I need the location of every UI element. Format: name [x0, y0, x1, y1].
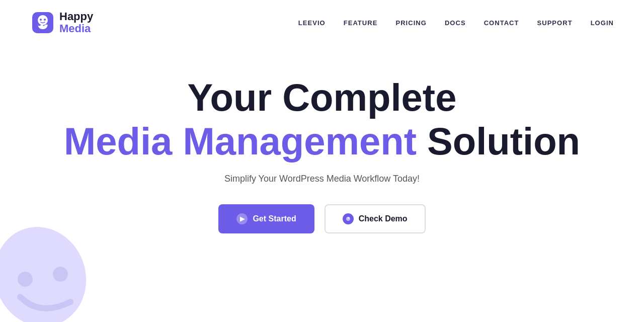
logo-happy: Happy: [59, 11, 93, 23]
nav-feature[interactable]: FEATURE: [344, 19, 378, 27]
logo-media: Media: [59, 23, 93, 35]
hero-headline-rest: Solution: [417, 120, 580, 163]
hero-headline: Your Complete Media Management Solution: [64, 75, 580, 164]
nav-login[interactable]: LOGIN: [591, 19, 614, 27]
main-nav: LEEVIO FEATURE PRICING DOCS CONTACT SUPP…: [298, 19, 614, 27]
svg-point-5: [38, 15, 48, 25]
get-started-label: Get Started: [253, 214, 296, 223]
svg-point-7: [44, 19, 46, 21]
nav-leevio[interactable]: LEEVIO: [298, 19, 326, 27]
hero-section: Your Complete Media Management Solution …: [0, 45, 644, 254]
logo-icon: [30, 10, 55, 35]
demo-icon: [343, 213, 354, 224]
nav-contact[interactable]: CONTACT: [484, 19, 519, 27]
check-demo-button[interactable]: Check Demo: [325, 204, 426, 233]
hero-cta-group: ▶ Get Started Check Demo: [218, 204, 425, 233]
svg-point-3: [53, 267, 68, 282]
get-started-button[interactable]: ▶ Get Started: [218, 204, 314, 233]
site-header: Happy Media LEEVIO FEATURE PRICING DOCS …: [0, 0, 644, 45]
svg-point-9: [348, 217, 349, 218]
logo[interactable]: Happy Media: [30, 10, 93, 35]
hero-headline-line1: Your Complete: [188, 76, 457, 119]
svg-point-6: [40, 19, 42, 21]
check-demo-label: Check Demo: [359, 214, 408, 223]
nav-pricing[interactable]: PRICING: [395, 19, 426, 27]
hero-subtitle: Simplify Your WordPress Media Workflow T…: [224, 174, 420, 184]
svg-point-2: [18, 272, 33, 287]
hero-headline-highlight: Media Management: [64, 120, 417, 163]
play-icon: ▶: [236, 213, 248, 224]
nav-docs[interactable]: DOCS: [445, 19, 466, 27]
nav-support[interactable]: SUPPORT: [537, 19, 573, 27]
